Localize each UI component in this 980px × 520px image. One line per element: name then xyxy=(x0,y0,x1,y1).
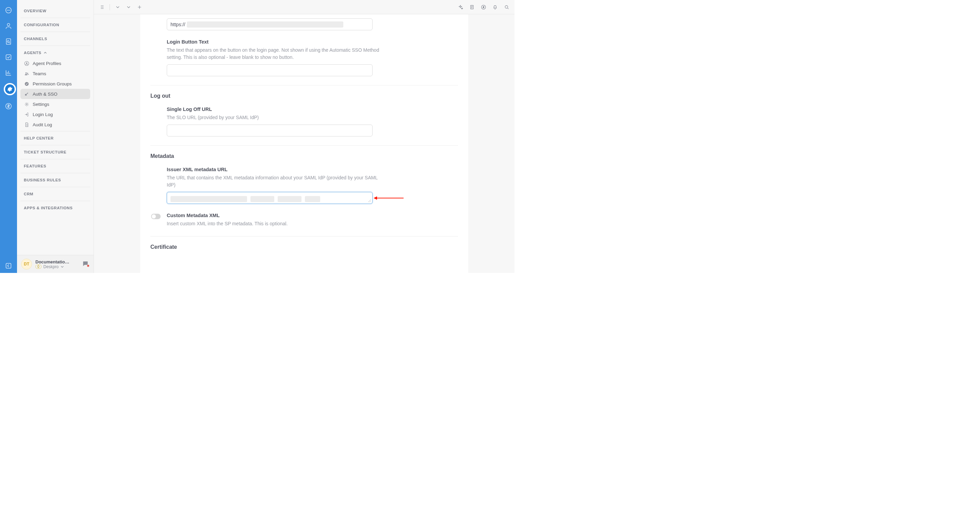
billing-icon[interactable] xyxy=(5,102,13,110)
sidebar-item-settings[interactable]: Settings xyxy=(21,99,90,109)
sidebar-section-overview[interactable]: Overview xyxy=(21,8,90,14)
sidebar-item-auth-sso[interactable]: Auth & SSO xyxy=(21,89,90,99)
field-help-custom-metadata: Insert custom XML into the SP metadata. … xyxy=(167,220,383,227)
redacted-value xyxy=(170,196,247,202)
svg-point-2 xyxy=(8,10,8,10)
bell-icon[interactable] xyxy=(492,4,498,10)
sidebar-item-label: Settings xyxy=(33,102,49,107)
footer-username: Documentatio… xyxy=(35,259,79,264)
svg-point-4 xyxy=(7,24,10,26)
footer-workspace-name: Deskpro xyxy=(43,264,59,269)
sidebar-item-permission-groups[interactable]: Permission Groups xyxy=(21,79,90,89)
sidebar-section-help-center[interactable]: Help Center xyxy=(21,135,90,142)
redacted-value xyxy=(187,21,343,27)
sparkle-icon[interactable] xyxy=(457,4,463,10)
content-scroll[interactable]: https:// Login Button Text The text that… xyxy=(94,14,514,273)
chevron-up-icon xyxy=(43,51,47,54)
footer-pill: 0 xyxy=(35,264,41,269)
sso-url-input[interactable]: https:// xyxy=(167,18,372,30)
list-view-icon[interactable] xyxy=(99,4,105,10)
section-heading-logout: Log out xyxy=(150,93,458,99)
chart-icon[interactable] xyxy=(5,69,13,77)
sidebar-item-login-log[interactable]: Login Log xyxy=(21,109,90,119)
field-help-issuer-xml: The URL that contains the XML metadata i… xyxy=(167,174,383,189)
svg-point-18 xyxy=(482,5,485,9)
sidebar-section-channels[interactable]: Channels xyxy=(21,35,90,42)
collapse-rail-icon[interactable] xyxy=(5,265,13,273)
field-label-custom-metadata: Custom Metadata XML xyxy=(167,213,383,218)
page-icon[interactable] xyxy=(469,4,475,10)
sidebar-item-label: Audit Log xyxy=(33,122,52,127)
document-search-icon[interactable] xyxy=(5,37,13,46)
bolt-circle-icon[interactable] xyxy=(480,4,487,10)
sidebar-section-business-rules[interactable]: Business Rules xyxy=(21,177,90,183)
sidebar-item-teams[interactable]: Teams xyxy=(21,68,90,79)
custom-metadata-toggle[interactable] xyxy=(151,214,161,219)
avatar[interactable]: DT xyxy=(21,259,32,270)
messages-badge[interactable] xyxy=(82,260,89,268)
field-label-slo-url: Single Log Off URL xyxy=(167,107,383,112)
sidebar-item-label: Agent Profiles xyxy=(33,61,61,66)
sidebar-item-label: Permission Groups xyxy=(33,81,72,86)
svg-point-14 xyxy=(24,82,28,86)
chevron-down-dropdown-icon[interactable] xyxy=(115,4,121,10)
settings-rail-active[interactable] xyxy=(4,83,16,95)
user-icon[interactable] xyxy=(5,22,13,30)
divider xyxy=(150,145,458,146)
users-icon xyxy=(24,71,29,76)
footer-workspace[interactable]: 0 Deskpro xyxy=(35,264,79,269)
svg-point-13 xyxy=(27,73,28,73)
svg-point-1 xyxy=(7,10,8,10)
sidebar-section-crm[interactable]: CRM xyxy=(21,191,90,197)
sidebar-item-label: Teams xyxy=(33,71,46,76)
sidebar-section-agents-label: Agents xyxy=(24,51,41,55)
login-button-text-input[interactable] xyxy=(167,64,372,76)
unread-dot-icon xyxy=(87,264,89,267)
section-heading-metadata: Metadata xyxy=(150,153,458,159)
svg-point-3 xyxy=(10,10,10,10)
sidebar-section-agents[interactable]: Agents xyxy=(21,49,90,56)
search-icon[interactable] xyxy=(504,4,510,10)
divider xyxy=(150,236,458,237)
svg-point-6 xyxy=(7,40,9,43)
sidebar-section-features[interactable]: Features xyxy=(21,163,90,170)
sidebar-item-audit-log[interactable]: Audit Log xyxy=(21,119,90,130)
main-column: https:// Login Button Text The text that… xyxy=(94,0,514,273)
checkbox-icon[interactable] xyxy=(5,53,13,61)
chat-bubble-icon[interactable] xyxy=(5,6,13,14)
slo-url-input[interactable] xyxy=(167,124,372,137)
redacted-value xyxy=(278,196,301,202)
svg-point-15 xyxy=(25,94,27,95)
topbar-separator xyxy=(110,4,110,10)
svg-point-19 xyxy=(505,5,508,8)
topbar xyxy=(94,0,514,14)
sidebar-section-configuration[interactable]: Configuration xyxy=(21,21,90,28)
key-icon xyxy=(24,91,29,97)
svg-point-11 xyxy=(26,62,27,64)
redacted-value xyxy=(250,196,274,202)
sidebar-item-label: Login Log xyxy=(33,112,53,117)
svg-rect-7 xyxy=(6,55,11,60)
document-icon xyxy=(24,122,29,127)
resize-handle-icon[interactable] xyxy=(368,199,371,202)
plus-icon[interactable] xyxy=(137,4,143,10)
svg-rect-9 xyxy=(6,263,11,269)
check-circle-icon xyxy=(24,81,29,86)
field-help-slo-url: The SLO URL (provided by your SAML IdP) xyxy=(167,114,383,121)
issuer-xml-input[interactable] xyxy=(167,192,372,204)
sso-url-prefix: https:// xyxy=(170,22,185,27)
svg-rect-5 xyxy=(6,39,11,45)
settings-card: https:// Login Button Text The text that… xyxy=(140,14,468,273)
redacted-value xyxy=(305,196,320,202)
sidebar-item-label: Auth & SSO xyxy=(33,92,57,97)
section-heading-certificate: Certificate xyxy=(150,244,458,250)
settings-sidebar: Overview Configuration Channels Agents A… xyxy=(17,0,94,273)
field-label-login-button-text: Login Button Text xyxy=(167,39,383,45)
chevron-down-icon[interactable] xyxy=(126,4,132,10)
login-icon xyxy=(24,111,29,117)
divider xyxy=(150,85,458,86)
sidebar-item-agent-profiles[interactable]: Agent Profiles xyxy=(21,58,90,68)
sidebar-section-ticket-structure[interactable]: Ticket Structure xyxy=(21,149,90,156)
annotation-arrow-icon xyxy=(376,198,404,199)
sidebar-section-apps-integrations[interactable]: Apps & Integrations xyxy=(21,205,90,211)
